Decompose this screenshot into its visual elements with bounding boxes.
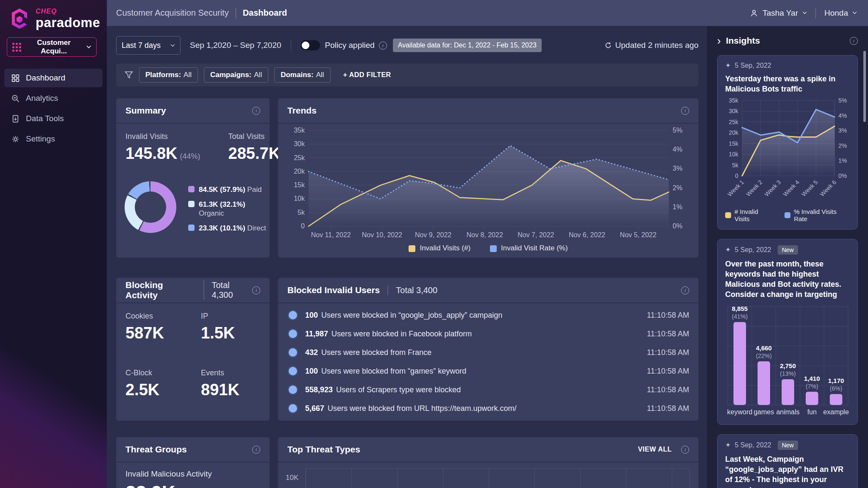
svg-text:10k: 10k bbox=[294, 195, 305, 202]
sparkle-icon: ✦ bbox=[725, 246, 731, 254]
insight-card-campaign-ivr[interactable]: ✦ 5 Sep, 2022 New Last Week, Campaign “g… bbox=[717, 434, 858, 488]
top-threats-ytick: 10K bbox=[286, 474, 298, 482]
svg-text:0: 0 bbox=[301, 222, 305, 230]
svg-text:Week 4: Week 4 bbox=[782, 178, 801, 197]
sidebar: CHEQ paradome Customer Acqui... Dashboar… bbox=[0, 0, 107, 488]
svg-text:2,750: 2,750 bbox=[780, 362, 796, 369]
stat-value: 145.8K bbox=[125, 144, 178, 162]
blocked-text: Users were blocked in “google_jobs_apply… bbox=[321, 311, 502, 320]
insight-legend: # Invalid Visits % Invalid Visits Rate bbox=[725, 208, 850, 222]
insights-header: › Insights i bbox=[717, 36, 858, 46]
sidebar-item-data-tools[interactable]: Data Tools bbox=[4, 109, 103, 128]
new-badge: New bbox=[778, 245, 798, 255]
chip-label: Domains: bbox=[281, 71, 313, 79]
stat-cblock: C-Block2.5K bbox=[125, 369, 201, 399]
stat-cookies: Cookies587K bbox=[125, 312, 201, 342]
chevron-down-icon[interactable] bbox=[852, 11, 857, 14]
sidebar-nav: Dashboard Analytics Data Tools bbox=[0, 69, 107, 148]
filter-chip-platforms[interactable]: Platforms: All bbox=[139, 67, 198, 83]
user-dot-icon bbox=[287, 366, 298, 377]
analytics-icon bbox=[11, 94, 20, 103]
blocked-time: 11:10:58 AM bbox=[647, 367, 689, 376]
legend-invalid-rate: % Invalid Visits Rate bbox=[785, 208, 850, 222]
svg-text:fun: fun bbox=[807, 408, 817, 416]
chevron-down-icon[interactable] bbox=[802, 11, 807, 14]
blocked-users-title: Blocked Invalid Users bbox=[287, 285, 380, 295]
collapse-panel-icon[interactable]: › bbox=[717, 37, 721, 44]
insight-card-keywords[interactable]: ✦ 5 Sep, 2022 New Over the past month, t… bbox=[717, 239, 858, 425]
sidebar-item-label: Dashboard bbox=[26, 73, 65, 83]
svg-text:35k: 35k bbox=[294, 127, 305, 134]
svg-text:5k: 5k bbox=[298, 209, 305, 216]
sidebar-item-dashboard[interactable]: Dashboard bbox=[4, 69, 103, 87]
filter-chip-campaigns[interactable]: Campaigns: All bbox=[204, 67, 268, 83]
blocked-time: 11:10:58 AM bbox=[647, 330, 689, 338]
insights-scrollbar[interactable] bbox=[863, 51, 866, 122]
svg-text:20k: 20k bbox=[729, 129, 739, 136]
sidebar-item-analytics[interactable]: Analytics bbox=[4, 89, 103, 108]
stat-events: Events891K bbox=[201, 369, 239, 399]
add-filter-button[interactable]: + ADD FILTER bbox=[341, 71, 394, 79]
summary-title: Summary bbox=[125, 105, 166, 116]
view-all-button[interactable]: VIEW ALL bbox=[635, 445, 674, 454]
app-selector[interactable]: Customer Acqui... bbox=[7, 37, 97, 57]
sidebar-item-settings[interactable]: Settings bbox=[4, 130, 103, 148]
user-dot-icon bbox=[287, 310, 298, 321]
policy-toggle[interactable] bbox=[300, 40, 320, 50]
insight-card-spike[interactable]: ✦ 5 Sep, 2022 Yesterday there was a spik… bbox=[717, 55, 858, 230]
user-menu[interactable]: Tasha Yar bbox=[762, 8, 798, 18]
org-menu[interactable]: Honda bbox=[824, 8, 848, 18]
blocked-users-info-icon[interactable]: i bbox=[681, 286, 689, 294]
blocked-user-row[interactable]: 100Users were blocked from “games” keywo… bbox=[278, 362, 698, 380]
date-range-select[interactable]: Last 7 days bbox=[116, 36, 181, 55]
threat-groups-info-icon[interactable]: i bbox=[252, 446, 260, 454]
insight-title: Yesterday there was a spike in Malicious… bbox=[725, 74, 850, 94]
updated-text: Updated 2 minutes ago bbox=[615, 41, 698, 50]
svg-text:Nov 8, 2022: Nov 8, 2022 bbox=[467, 231, 503, 238]
chip-value: All bbox=[184, 71, 192, 79]
svg-text:1%: 1% bbox=[838, 157, 847, 164]
chevron-down-icon bbox=[170, 44, 175, 47]
filter-chip-domains[interactable]: Domains: All bbox=[274, 67, 330, 83]
svg-text:1,170: 1,170 bbox=[828, 377, 844, 384]
controls-divider bbox=[291, 39, 291, 51]
policy-info-icon[interactable]: i bbox=[379, 42, 387, 50]
svg-text:3%: 3% bbox=[673, 165, 682, 172]
blocking-info-icon[interactable]: i bbox=[252, 286, 260, 294]
svg-text:1%: 1% bbox=[673, 203, 682, 211]
blocked-text: Users were blocked from “games” keyword bbox=[321, 367, 466, 376]
sidebar-item-label: Settings bbox=[26, 134, 55, 144]
svg-text:(7%): (7%) bbox=[806, 383, 818, 390]
filter-bar: Platforms: All Campaigns: All Domains: A… bbox=[116, 64, 698, 86]
blocked-user-row[interactable]: 11,987Users were blocked in Facebook pla… bbox=[278, 324, 698, 343]
insight-date-row: ✦ 5 Sep, 2022 New bbox=[725, 441, 850, 450]
trends-info-icon[interactable]: i bbox=[681, 107, 689, 115]
blocked-user-row[interactable]: 558,923Users of Scrapers type were block… bbox=[278, 380, 698, 399]
brand-cheq: CHEQ bbox=[36, 8, 100, 15]
app-root: CHEQ paradome Customer Acqui... Dashboar… bbox=[0, 0, 868, 488]
legend-invalid-visits: # Invalid Visits bbox=[725, 208, 773, 222]
insight-date-row: ✦ 5 Sep, 2022 bbox=[725, 61, 850, 69]
stat-label: Total Visits bbox=[228, 132, 281, 141]
refresh-icon[interactable] bbox=[604, 42, 612, 49]
svg-text:Nov 6, 2022: Nov 6, 2022 bbox=[569, 231, 605, 238]
blocked-user-row[interactable]: 100Users were blocked in “google_jobs_ap… bbox=[278, 306, 698, 324]
summary-info-icon[interactable]: i bbox=[252, 107, 260, 115]
insights-info-icon[interactable]: i bbox=[850, 37, 858, 45]
svg-text:keyword: keyword bbox=[727, 408, 753, 416]
blocked-user-row[interactable]: 432Users were blocked from France11:10:5… bbox=[278, 343, 698, 362]
blocked-users-list: 100Users were blocked in “google_jobs_ap… bbox=[278, 306, 698, 418]
stat-value: 285.7K bbox=[228, 144, 281, 163]
svg-text:Week 2: Week 2 bbox=[745, 178, 764, 197]
top-threats-info-icon[interactable]: i bbox=[681, 446, 689, 454]
toggle-knob bbox=[302, 42, 309, 49]
blocked-time: 11:10:58 AM bbox=[647, 348, 689, 357]
svg-text:25k: 25k bbox=[729, 118, 739, 125]
summary-card: Summary i Invalid Visits 145.8K(44%) Tot… bbox=[116, 98, 270, 258]
svg-text:15k: 15k bbox=[294, 181, 305, 189]
insight-date: 5 Sep, 2022 bbox=[734, 62, 771, 69]
data-tools-icon bbox=[11, 114, 20, 123]
svg-text:(41%): (41%) bbox=[732, 313, 748, 320]
svg-text:Week 3: Week 3 bbox=[763, 178, 782, 197]
blocked-user-row[interactable]: 5,667Users were blocked from URL https:/… bbox=[278, 399, 698, 418]
